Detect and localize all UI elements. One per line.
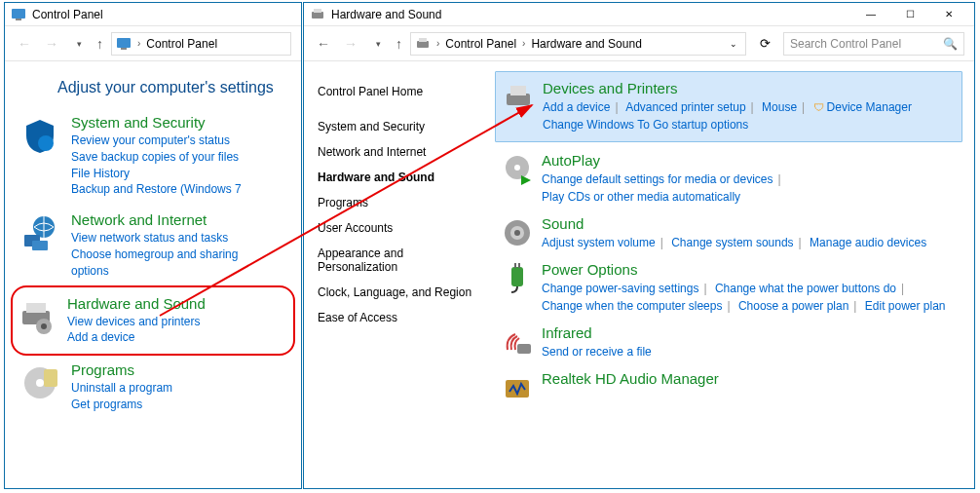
svg-rect-17: [417, 41, 429, 48]
section-link[interactable]: Edit power plan: [865, 299, 946, 313]
breadcrumb-item[interactable]: Control Panel: [445, 37, 516, 51]
nav-bar: ← → ▾ ↑ › Control Panel › Hardware and S…: [304, 26, 974, 61]
sidebar-item-programs[interactable]: Programs: [318, 190, 481, 215]
section-title[interactable]: Sound: [542, 215, 962, 232]
category-link[interactable]: Get programs: [71, 397, 287, 413]
selected-section: Devices and Printers Add a device| Advan…: [495, 71, 962, 142]
category-link[interactable]: File History: [71, 166, 287, 182]
breadcrumb[interactable]: › Control Panel › Hardware and Sound ⌄: [410, 32, 746, 56]
section-link[interactable]: Adjust system volume: [542, 236, 656, 249]
section-link[interactable]: Change what the power buttons do: [715, 282, 896, 295]
section-title[interactable]: Realtek HD Audio Manager: [542, 370, 962, 387]
category-title[interactable]: System and Security: [71, 114, 287, 131]
breadcrumb-dropdown[interactable]: ⌄: [726, 39, 741, 49]
titlebar: Control Panel: [5, 3, 301, 26]
section-title[interactable]: Infrared: [542, 324, 962, 341]
history-dropdown[interactable]: ▾: [368, 34, 388, 54]
section-autoplay: AutoPlay Change default settings for med…: [499, 152, 962, 206]
sidebar-item-home[interactable]: Control Panel Home: [318, 79, 481, 104]
svg-point-22: [514, 165, 520, 171]
maximize-button[interactable]: ☐: [890, 4, 929, 25]
section-sound: Sound Adjust system volume| Change syste…: [499, 215, 962, 251]
category-link[interactable]: View devices and printers: [67, 314, 285, 330]
svg-point-4: [38, 135, 54, 151]
section-link[interactable]: Manage audio devices: [810, 236, 926, 249]
category-link[interactable]: View network status and tasks: [71, 230, 287, 246]
svg-rect-15: [312, 12, 323, 19]
section-link[interactable]: Change when the computer sleeps: [542, 299, 722, 313]
section-title[interactable]: Power Options: [542, 261, 962, 278]
section-power: Power Options Change power-saving settin…: [499, 261, 962, 315]
section-devices-printers: Devices and Printers Add a device| Advan…: [500, 80, 954, 133]
breadcrumb-icon: [415, 36, 431, 52]
svg-point-25: [514, 230, 520, 236]
sidebar-item-hardware[interactable]: Hardware and Sound: [318, 165, 481, 190]
back-button[interactable]: ←: [314, 34, 333, 54]
svg-rect-29: [517, 344, 531, 354]
up-button[interactable]: ↑: [96, 36, 103, 52]
section-link[interactable]: Mouse: [762, 100, 797, 114]
sidebar-item-users[interactable]: User Accounts: [318, 215, 481, 241]
section-link[interactable]: Advanced printer setup: [625, 100, 745, 114]
realtek-icon: [499, 370, 536, 405]
section-link[interactable]: Change system sounds: [671, 236, 793, 249]
hardware-sound-window: Hardware and Sound — ☐ ✕ ← → ▾ ↑ › Contr…: [303, 2, 975, 489]
window-title: Control Panel: [32, 8, 103, 21]
category-link[interactable]: Uninstall a program: [71, 380, 287, 397]
section-link[interactable]: Play CDs or other media automatically: [542, 190, 740, 204]
section-link[interactable]: Choose a power plan: [738, 299, 848, 313]
forward-button[interactable]: →: [341, 34, 360, 54]
window-title: Hardware and Sound: [331, 8, 441, 21]
disc-play-icon: [499, 152, 536, 187]
svg-rect-0: [12, 9, 25, 19]
section-realtek: Realtek HD Audio Manager: [499, 370, 962, 405]
back-button[interactable]: ←: [15, 34, 34, 54]
category-link[interactable]: options: [71, 263, 287, 280]
section-link[interactable]: Send or receive a file: [542, 345, 652, 359]
history-dropdown[interactable]: ▾: [69, 34, 89, 54]
sidebar-item-appearance[interactable]: Appearance and Personalization: [318, 241, 481, 280]
section-title[interactable]: Devices and Printers: [543, 80, 954, 96]
breadcrumb[interactable]: › Control Panel: [111, 32, 291, 56]
sidebar-item-clock[interactable]: Clock, Language, and Region: [318, 280, 481, 305]
minimize-button[interactable]: —: [851, 4, 890, 25]
category-link[interactable]: Add a device: [67, 329, 285, 346]
close-button[interactable]: ✕: [929, 4, 968, 25]
sidebar-item-ease[interactable]: Ease of Access: [318, 305, 481, 330]
section-link[interactable]: Add a device: [543, 100, 610, 114]
up-button[interactable]: ↑: [396, 36, 402, 52]
category-title[interactable]: Network and Internet: [71, 211, 287, 228]
search-placeholder: Search Control Panel: [790, 37, 901, 51]
titlebar: Hardware and Sound — ☐ ✕: [304, 3, 974, 26]
category-title[interactable]: Programs: [71, 361, 287, 378]
category-hardware-sound: Hardware and Sound View devices and prin…: [15, 295, 285, 347]
section-link[interactable]: Change default settings for media or dev…: [542, 172, 773, 186]
category-link[interactable]: Backup and Restore (Windows 7: [71, 181, 287, 198]
category-programs: Programs Uninstall a program Get program…: [19, 361, 287, 413]
breadcrumb-item[interactable]: Control Panel: [146, 37, 217, 51]
category-network-internet: Network and Internet View network status…: [19, 211, 287, 279]
printer-icon: [15, 295, 57, 338]
category-link[interactable]: Choose homegroup and sharing: [71, 246, 287, 263]
refresh-button[interactable]: ⟳: [754, 36, 775, 51]
nav-bar: ← → ▾ ↑ › Control Panel: [5, 26, 301, 61]
section-link[interactable]: Change power-saving settings: [542, 282, 698, 295]
svg-rect-9: [26, 303, 46, 313]
category-title[interactable]: Hardware and Sound: [67, 295, 285, 312]
section-link[interactable]: Change Windows To Go startup options: [543, 118, 748, 132]
sidebar-item-network[interactable]: Network and Internet: [318, 139, 481, 165]
breadcrumb-icon: [116, 36, 132, 52]
category-link[interactable]: Save backup copies of your files: [71, 149, 287, 166]
power-icon: [499, 261, 536, 296]
shield-icon: 🛡: [813, 101, 824, 113]
search-input[interactable]: Search Control Panel 🔍: [783, 32, 964, 56]
printer-icon: [500, 80, 537, 115]
category-link[interactable]: Review your computer's status: [71, 133, 287, 149]
sidebar-item-system[interactable]: System and Security: [318, 114, 481, 139]
breadcrumb-sep: ›: [137, 38, 140, 49]
section-title[interactable]: AutoPlay: [542, 152, 962, 169]
section-link[interactable]: Device Manager: [827, 100, 912, 114]
forward-button[interactable]: →: [42, 34, 61, 54]
svg-rect-28: [518, 263, 520, 268]
breadcrumb-item[interactable]: Hardware and Sound: [531, 37, 641, 51]
